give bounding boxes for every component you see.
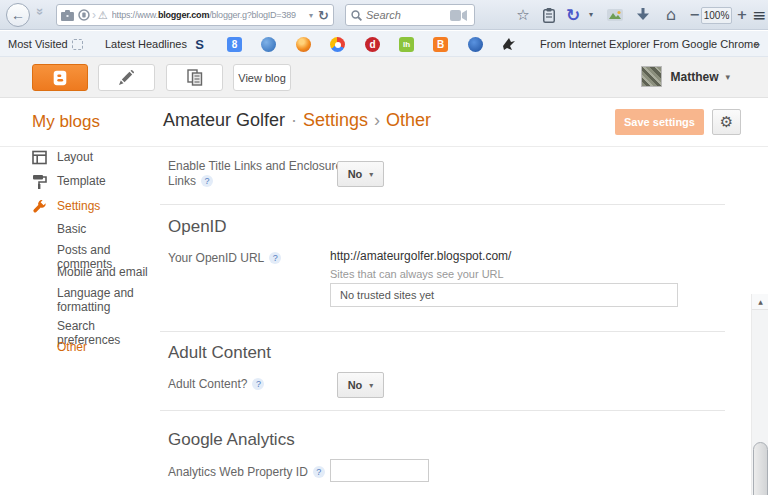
menu-icon[interactable]: ≡ [748,5,768,25]
bookmarks-overflow-chevron[interactable]: » [754,38,760,50]
openid-help-icon[interactable]: ? [269,252,281,264]
pages-icon [187,69,203,86]
analytics-help-icon[interactable]: ? [313,466,325,478]
sidebar-item-mobile-and-email[interactable]: Mobile and email [32,265,155,279]
adult-content-value: No [348,379,363,391]
page-header: My blogs Amateur Golfer·Settings›Other S… [0,98,768,147]
url-path: /blogger.g?blogID=389 [209,10,296,20]
title-links-select[interactable]: No ▾ [337,161,384,187]
sync-caret-icon[interactable]: ▾ [580,5,602,25]
warning-triangle-icon: ⚠ [98,9,108,22]
gear-button[interactable]: ⚙ [712,109,741,135]
bookmark-from-chrome[interactable]: From Google Chrome [653,38,759,50]
pencil-icon [119,70,134,85]
bookmarks-panel-icon[interactable] [538,5,560,25]
s-favicon[interactable]: S [192,37,207,52]
sidebar-item-language-and-formatting[interactable]: Language and formatting [32,286,155,314]
lifehacker-favicon[interactable]: lh [399,37,414,52]
other-link[interactable]: Other [386,110,431,130]
analytics-id-input[interactable] [330,459,429,482]
breadcrumb: Amateur Golfer·Settings›Other [163,110,431,131]
openid-url-label: Your OpenID URL? [168,251,281,266]
bookmark-star-icon[interactable]: ☆ [512,5,534,25]
section-divider [160,331,725,332]
bookmarks-bar: Most Visited Latest Headlines S 8 d lh B… [0,31,768,57]
gear-icon: ⚙ [720,113,733,131]
browser-toolbar: ← » › ⚠ https://www.blogger.com/blogger.… [0,0,768,30]
title-links-label: Enable Title Links and Enclosure Links? [168,159,350,189]
analytics-id-label: Analytics Web Property ID? [168,465,325,480]
history-chevron-icon[interactable]: » [33,8,48,15]
url-dropdown-icon[interactable]: ▾ [309,11,313,20]
sidebar-item-label: Layout [57,150,155,164]
title-links-help-icon[interactable]: ? [201,175,213,187]
blogger-app-bar: View blog Matthew ▾ [0,57,768,98]
sidebar-item-other[interactable]: Other [32,340,155,354]
back-icon: ← [11,7,25,23]
openid-url-value: http://amateurgolfer.blogspot.com/ [330,249,511,263]
google-analytics-heading: Google Analytics [168,430,295,450]
sidebar-item-label: Template [57,174,155,188]
view-blog-button[interactable]: View blog [233,64,291,91]
title-links-label-text: Enable Title Links and Enclosure Links [168,159,342,188]
new-post-button[interactable] [98,64,155,91]
bird-favicon[interactable] [502,37,517,52]
sidebar-item-label: Basic [57,222,155,236]
sidebar-item-label: Other [57,340,155,354]
openid-url-label-text: Your OpenID URL [168,251,264,265]
home-icon[interactable]: ⌂ [660,5,682,25]
sidebar-item-basic[interactable]: Basic [32,222,155,236]
scrollbar-up-icon: ▲ [758,298,763,305]
account-caret-icon: ▾ [725,72,730,82]
title-links-value: No [348,168,363,180]
page-scrollbar[interactable]: ▲ [751,294,768,495]
sidebar-item-label: Mobile and email [57,265,155,279]
adult-content-help-icon[interactable]: ? [252,378,264,390]
sidebar-item-label: Settings [57,199,155,213]
account-menu[interactable]: Matthew ▾ [641,66,730,87]
identity-shield-icon[interactable] [78,9,90,21]
adult-content-label: Adult Content?? [168,377,264,392]
downloads-icon[interactable] [632,5,654,25]
bookmark-most-visited[interactable]: Most Visited [8,38,68,50]
bookmark-from-ie[interactable]: From Internet Explorer [540,38,650,50]
chrome-favicon[interactable] [330,37,345,52]
sidebar-item-template[interactable]: Template [32,174,155,190]
adult-content-select[interactable]: No ▾ [337,372,384,398]
zoom-level[interactable]: 100% [701,7,732,24]
sidebar-item-settings[interactable]: Settings [32,199,155,215]
video-camera-icon[interactable] [447,5,469,25]
select-caret-icon: ▾ [369,170,373,179]
firefox-favicon[interactable] [296,37,311,52]
my-blogs-link[interactable]: My blogs [32,112,100,132]
url-domain: blogger.com [158,10,209,20]
wrench-icon [32,199,48,215]
blue-favicon[interactable] [468,37,483,52]
url-bar[interactable]: › ⚠ https://www.blogger.com/blogger.g?bl… [56,4,334,26]
content-area: Layout Template Settings Basic Posts and… [0,147,768,495]
sidebar-item-layout[interactable]: Layout [32,150,155,166]
d-favicon[interactable]: d [365,37,380,52]
scrollbar-thumb[interactable] [753,442,768,495]
bookmark-folder-icon[interactable] [72,39,83,50]
bookmark-latest-headlines[interactable]: Latest Headlines [105,38,187,50]
settings-link[interactable]: Settings [303,110,368,130]
save-settings-button[interactable]: Save settings [615,109,704,135]
scrollbar-up-button[interactable]: ▲ [752,294,768,310]
settings-main: Enable Title Links and Enclosure Links? … [160,147,725,495]
trusted-sites-caption: Sites that can always see your URL [330,268,504,280]
blogger-logo-icon [51,69,69,87]
blogger-home-button[interactable] [32,64,88,91]
photos-icon[interactable] [604,5,626,25]
back-button[interactable]: ← [6,3,30,27]
breadcrumb-dot: · [285,110,303,130]
globe-favicon[interactable] [261,37,276,52]
pages-button[interactable] [166,64,223,91]
blogger-favicon[interactable]: B [433,37,448,52]
template-roller-icon [32,174,48,190]
screen: ← » › ⚠ https://www.blogger.com/blogger.… [0,0,768,495]
reload-icon[interactable]: ↻ [318,8,329,23]
url-text: https://www.blogger.com/blogger.g?blogID… [112,10,307,20]
eight-favicon[interactable]: 8 [227,37,242,52]
analytics-id-label-text: Analytics Web Property ID [168,465,308,479]
